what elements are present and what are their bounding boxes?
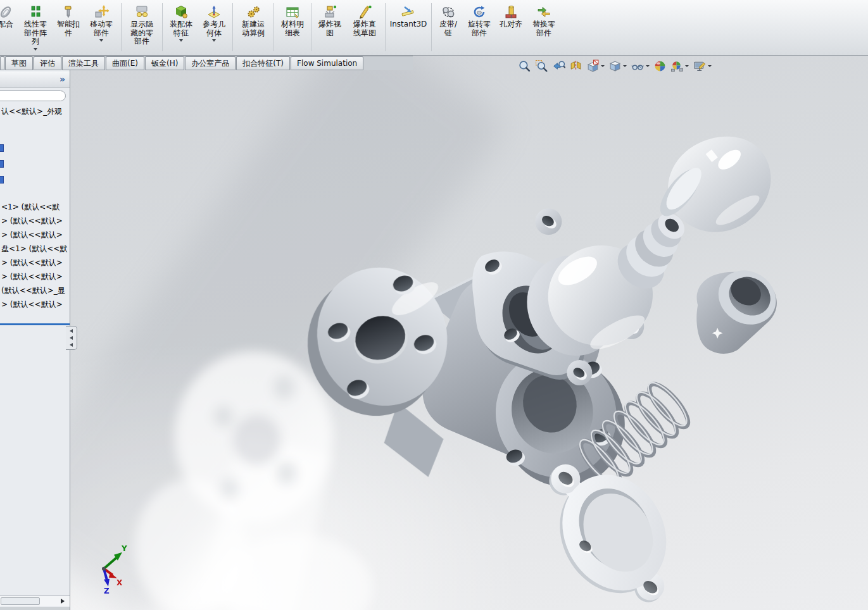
ribbon-item-smart-fasteners[interactable]: 智能扣件 bbox=[53, 0, 84, 54]
ribbon-item-exploded-view[interactable]: 爆炸视图 bbox=[313, 0, 346, 54]
ribbon-item-assembly-features[interactable]: 装配体特征 bbox=[165, 0, 198, 54]
ribbon-item-bill-of-materials[interactable]: 材料明细表 bbox=[276, 0, 309, 54]
ribbon-label: 爆炸视 bbox=[318, 20, 341, 29]
ribbon-label: 部件 bbox=[472, 29, 487, 38]
dropdown-arrow-icon[interactable] bbox=[179, 39, 183, 42]
dropdown-arrow-icon[interactable] bbox=[623, 65, 627, 67]
ribbon-separator bbox=[385, 3, 386, 51]
ribbon-label: 动算例 bbox=[242, 29, 265, 38]
tab-fastening-features[interactable]: 扣合特征(T) bbox=[236, 56, 290, 70]
tree-component-item[interactable]: > (默认<<默认> bbox=[1, 215, 70, 227]
dropdown-arrow-icon[interactable] bbox=[212, 39, 216, 42]
previous-view-button[interactable] bbox=[552, 59, 565, 73]
tree-root-item[interactable]: 认<<默认>_外观 bbox=[1, 105, 70, 118]
section-view-button[interactable] bbox=[569, 59, 582, 73]
tab-sketch[interactable]: 草图 bbox=[5, 56, 33, 70]
ribbon-label: 配合 bbox=[0, 20, 13, 29]
ribbon-label: Instant3D bbox=[390, 20, 427, 29]
apply-scene-button[interactable] bbox=[653, 59, 667, 73]
ribbon-item-move-component[interactable]: 移动零部件 bbox=[84, 0, 119, 54]
ribbon-item-rotate-component[interactable]: 旋转零部件 bbox=[463, 0, 496, 54]
tab-render-tools[interactable]: 渲染工具 bbox=[62, 56, 105, 70]
tab-partial[interactable] bbox=[0, 56, 4, 70]
ribbon-label: 线性零 bbox=[24, 20, 47, 29]
tree-filter-input[interactable] bbox=[0, 90, 66, 101]
tree-item-icon[interactable] bbox=[0, 176, 4, 184]
view-orientation-icon bbox=[586, 59, 600, 73]
tree-component-item[interactable]: <1> (默认<<默 bbox=[1, 201, 70, 213]
tab-sheet-metal[interactable]: 钣金(H) bbox=[145, 56, 184, 70]
belt-chain-icon bbox=[441, 3, 456, 20]
zoom-to-fit-button[interactable] bbox=[518, 59, 531, 73]
ribbon-label: 显示隐 bbox=[130, 20, 153, 29]
dropdown-arrow-icon[interactable] bbox=[685, 65, 689, 67]
ribbon-label: 孔对齐 bbox=[500, 20, 522, 29]
dropdown-arrow-icon[interactable] bbox=[708, 65, 712, 67]
panel-expand-chevron-icon[interactable]: » bbox=[60, 74, 65, 84]
tree-item-icon[interactable] bbox=[0, 160, 4, 168]
view-orientation-button[interactable] bbox=[586, 59, 605, 73]
dropdown-arrow-icon[interactable] bbox=[34, 48, 37, 51]
ribbon-item-hole-alignment[interactable]: 孔对齐 bbox=[496, 0, 526, 54]
dropdown-arrow-icon[interactable] bbox=[99, 39, 103, 42]
ribbon-item-show-hidden-components[interactable]: 显示隐藏的零部件 bbox=[123, 0, 160, 54]
section-view-icon bbox=[569, 59, 582, 73]
tab-evaluate[interactable]: 评估 bbox=[34, 56, 61, 70]
previous-view-icon bbox=[552, 59, 565, 73]
scrollbar-thumb[interactable] bbox=[1, 597, 40, 605]
tab-surfaces[interactable]: 曲面(E) bbox=[106, 56, 144, 70]
tree-component-item[interactable]: > (默认<<默认> bbox=[1, 270, 70, 283]
panel-collapse-tab[interactable] bbox=[66, 326, 77, 350]
zoom-to-area-icon bbox=[535, 59, 548, 73]
tree-component-item[interactable]: > (默认<<默认> bbox=[1, 256, 70, 269]
explode-line-sketch-icon bbox=[357, 3, 372, 20]
ribbon-item-new-motion-study[interactable]: 新建运动算例 bbox=[235, 0, 272, 54]
view-settings-icon bbox=[693, 59, 707, 73]
part-plug[interactable] bbox=[696, 259, 786, 354]
ribbon-label: 部件 bbox=[134, 37, 149, 46]
panel-splitter-bar[interactable] bbox=[0, 323, 70, 325]
collapse-left-arrow-icon bbox=[70, 343, 73, 347]
ribbon-separator bbox=[121, 3, 122, 51]
scroll-right-arrow-icon[interactable] bbox=[61, 599, 65, 604]
tab-office-products[interactable]: 办公室产品 bbox=[185, 56, 236, 70]
ribbon-label: 线草图 bbox=[353, 29, 376, 38]
tree-component-item[interactable]: 盘<1> (默认<<默 bbox=[1, 242, 70, 255]
tab-label: 扣合特征(T) bbox=[242, 58, 284, 69]
tree-item-icon[interactable] bbox=[0, 144, 4, 152]
ribbon-item-mate[interactable]: 配合 bbox=[0, 0, 18, 54]
assembly-features-icon bbox=[173, 3, 189, 20]
instant3d-icon bbox=[401, 3, 416, 20]
hide-show-items-icon bbox=[631, 59, 645, 73]
ribbon-item-reference-geometry[interactable]: 参考几何体 bbox=[198, 0, 230, 54]
ribbon-label: 件 bbox=[65, 29, 72, 38]
tree-component-item[interactable]: (默认<<默认>_显 bbox=[1, 284, 70, 297]
tab-label: 渲染工具 bbox=[68, 58, 99, 69]
tab-flow-simulation[interactable]: Flow Simulation bbox=[291, 56, 363, 70]
command-manager-tabs: 草图 评估 渲染工具 曲面(E) 钣金(H) 办公室产品 扣合特征(T) Flo… bbox=[0, 56, 413, 70]
part-gasket[interactable] bbox=[540, 456, 686, 610]
hide-show-items-button[interactable] bbox=[631, 59, 650, 73]
zoom-to-area-button[interactable] bbox=[535, 59, 548, 73]
view-settings-button[interactable] bbox=[693, 59, 712, 73]
dropdown-arrow-icon[interactable] bbox=[646, 65, 650, 67]
ribbon-label: 旋转零 bbox=[468, 20, 491, 29]
panel-horizontal-scrollbar[interactable] bbox=[0, 595, 70, 606]
viewport-canvas[interactable]: Y X Z bbox=[70, 56, 868, 610]
ribbon-item-belt-chain[interactable]: 皮带/链 bbox=[434, 0, 463, 54]
triad-x-label: X bbox=[116, 578, 122, 587]
ribbon-item-replace-components[interactable]: 替换零部件 bbox=[526, 0, 562, 54]
ribbon-item-instant3d[interactable]: Instant3D bbox=[387, 0, 429, 54]
ribbon-separator bbox=[311, 3, 311, 51]
ribbon-item-linear-component-pattern[interactable]: 线性零部件阵列 bbox=[18, 0, 53, 54]
display-style-button[interactable] bbox=[608, 59, 627, 73]
ribbon-item-explode-line-sketch[interactable]: 爆炸直线草图 bbox=[346, 0, 383, 54]
dropdown-arrow-icon[interactable] bbox=[601, 65, 605, 67]
tree-component-item[interactable]: > (默认<<默认> bbox=[1, 298, 70, 311]
tab-label: 评估 bbox=[40, 58, 55, 69]
tree-component-item[interactable]: > (默认<<默认> bbox=[1, 228, 70, 241]
edit-appearance-button[interactable] bbox=[670, 59, 689, 73]
ribbon-row: 配合 线性零部件阵列 智能扣件 移动零部件 bbox=[0, 0, 868, 54]
ribbon-label: 何体 bbox=[206, 29, 222, 38]
collapse-left-arrow-icon bbox=[70, 336, 73, 340]
